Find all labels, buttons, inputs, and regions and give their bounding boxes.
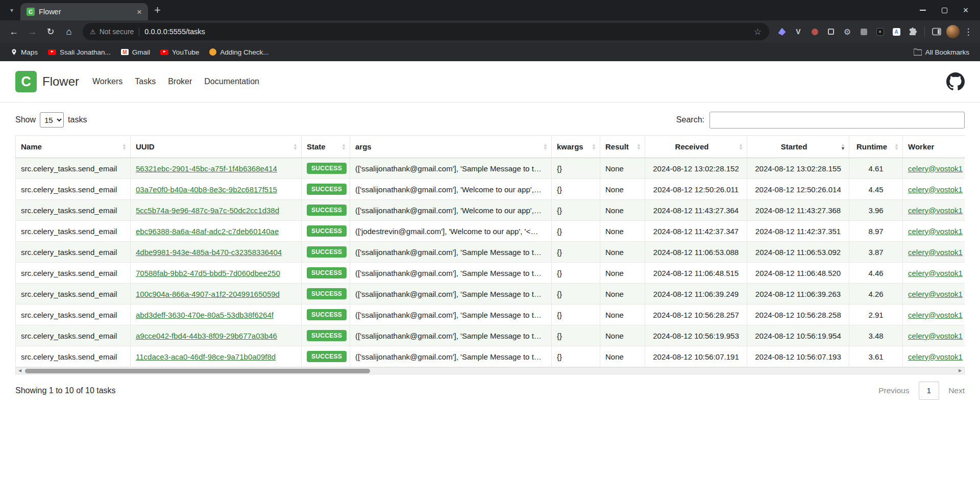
nav-documentation[interactable]: Documentation [204, 77, 259, 86]
horizontal-scrollbar[interactable]: ◀ ▶ [15, 367, 965, 374]
previous-page-button[interactable]: Previous [878, 386, 909, 395]
reload-button[interactable]: ↻ [42, 23, 59, 40]
task-uuid-link[interactable]: abd3deff-3630-470e-80a5-53db38f6264f [136, 311, 274, 319]
task-worker-link[interactable]: celery@vostok1 [908, 248, 963, 257]
column-header-args[interactable]: args▲▼ [350, 136, 552, 158]
tab-close-icon[interactable]: × [136, 8, 143, 16]
browser-menu-icon[interactable]: ⋮ [962, 27, 975, 37]
extension-icon-4[interactable] [823, 24, 839, 39]
task-worker-link[interactable]: celery@vostok1 [908, 227, 963, 236]
sort-icon[interactable]: ▲▼ [293, 143, 298, 150]
sort-icon[interactable]: ▲▼ [841, 143, 845, 150]
profile-avatar[interactable] [945, 24, 961, 39]
task-result-cell: None [600, 263, 645, 284]
bookmark-ssali-jonathan[interactable]: Ssali Jonathan... [43, 46, 115, 58]
sort-icon[interactable]: ▲▼ [894, 143, 899, 150]
sort-icon[interactable]: ▲▼ [341, 143, 346, 150]
minimize-button[interactable] [915, 3, 931, 17]
sort-icon[interactable]: ▲▼ [739, 143, 743, 150]
column-header-received[interactable]: Received▲▼ [645, 136, 747, 158]
flower-logo-icon[interactable]: C [15, 71, 37, 92]
column-header-result[interactable]: Result▲▼ [600, 136, 645, 158]
new-tab-button[interactable]: + [154, 5, 161, 16]
scroll-left-icon[interactable]: ◀ [16, 368, 24, 374]
nav-tasks[interactable]: Tasks [135, 77, 156, 86]
column-header-uuid[interactable]: UUID▲▼ [131, 136, 302, 158]
task-received-cell: 2024-08-12 11:06:53.088 [645, 242, 747, 263]
task-received-cell: 2024-08-12 13:02:28.152 [645, 158, 747, 179]
column-header-started[interactable]: Started▲▼ [747, 136, 849, 158]
security-label[interactable]: Not secure [100, 28, 134, 36]
task-name-cell: src.celery_tasks.send_email [16, 158, 131, 179]
browser-tab[interactable]: C Flower × [20, 3, 148, 20]
bookmark-adding-check[interactable]: Adding Check... [205, 46, 273, 58]
task-uuid-link[interactable]: 03a7e0f0-b40a-40b8-8e3c-9b2c6817f515 [136, 185, 277, 194]
tab-search-button[interactable]: ▾ [4, 3, 19, 18]
column-header-kwargs[interactable]: kwargs▲▼ [552, 136, 600, 158]
address-bar[interactable]: ⚠ Not secure 0.0.0.0:5555/tasks ☆ [83, 23, 769, 40]
sort-icon[interactable]: ▲▼ [636, 143, 641, 150]
extension-icon-8[interactable]: A [889, 24, 904, 39]
task-worker-cell: celery@vostok1 [903, 263, 965, 284]
home-button[interactable]: ⌂ [60, 23, 78, 40]
bookmark-gmail[interactable]: M Gmail [116, 46, 155, 58]
sort-icon[interactable]: ▲▼ [592, 143, 596, 150]
current-page-button[interactable]: 1 [919, 381, 940, 400]
bookmark-youtube[interactable]: YouTube [156, 46, 204, 58]
back-button[interactable]: ← [5, 23, 22, 40]
extension-icon-2[interactable]: V [791, 24, 806, 39]
all-bookmarks-button[interactable]: All Bookmarks [909, 46, 974, 58]
column-header-runtime[interactable]: Runtime▲▼ [849, 136, 903, 158]
scroll-right-icon[interactable]: ▶ [956, 368, 964, 374]
extension-icon-3[interactable] [807, 24, 822, 39]
column-header-worker[interactable]: Worker▲▼ [903, 136, 965, 158]
forward-button[interactable]: → [23, 23, 41, 40]
window-close-button[interactable]: × [958, 3, 974, 17]
task-uuid-link[interactable]: 70588fab-9bb2-47d5-bbd5-7d060dbee250 [136, 269, 280, 277]
youtube-icon [160, 49, 168, 55]
task-uuid-link[interactable]: 5cc5b74a-9e96-487c-9a7c-50dc2cc1d38d [136, 206, 279, 215]
task-state-cell: SUCCESS [302, 179, 350, 200]
sort-icon[interactable]: ▲▼ [122, 143, 127, 150]
extension-icon-7[interactable]: ✕ [872, 24, 888, 39]
task-uuid-link[interactable]: ebc96388-8a6a-48af-adc2-c7deb60140ae [136, 227, 279, 236]
extensions-puzzle-button[interactable] [905, 24, 920, 39]
task-uuid-link[interactable]: a9cce042-fbd4-44b3-8f09-29b677a03b46 [136, 332, 277, 340]
app-title[interactable]: Flower [42, 74, 79, 89]
next-page-button[interactable]: Next [948, 386, 965, 395]
column-header-name[interactable]: Name▲▼ [16, 136, 131, 158]
nav-workers[interactable]: Workers [92, 77, 122, 86]
task-uuid-link[interactable]: 56321ebc-2901-45bc-a75f-1f4b6368e414 [136, 164, 277, 173]
extension-icon-1[interactable] [774, 24, 790, 39]
bookmark-maps[interactable]: Maps [6, 46, 42, 58]
task-worker-link[interactable]: celery@vostok1 [908, 185, 963, 194]
task-result-cell: None [600, 200, 645, 221]
task-worker-link[interactable]: celery@vostok1 [908, 206, 963, 215]
task-worker-link[interactable]: celery@vostok1 [908, 164, 963, 173]
task-args-cell: (['ssalijonathank@gmail.com'], 'Sample M… [350, 158, 552, 179]
task-uuid-link[interactable]: 4dbe9981-943e-485a-b470-c32358336404 [136, 248, 282, 257]
extension-icon-5[interactable]: ⚙ [840, 24, 855, 39]
extension-icon-6[interactable] [856, 24, 871, 39]
task-uuid-link[interactable]: 11cdace3-aca0-46df-98ce-9a71b0a09f8d [136, 352, 276, 361]
task-worker-link[interactable]: celery@vostok1 [908, 269, 963, 277]
task-uuid-link[interactable]: 100c904a-866a-4907-a1f2-20499165059d [136, 290, 280, 298]
url-text[interactable]: 0.0.0.0:5555/tasks [144, 28, 749, 36]
scrollbar-track[interactable] [24, 368, 956, 374]
side-panel-button[interactable] [929, 24, 944, 39]
github-button[interactable] [946, 72, 965, 91]
column-header-state[interactable]: State▲▼ [302, 136, 350, 158]
task-worker-link[interactable]: celery@vostok1 [908, 311, 963, 319]
search-input[interactable] [709, 112, 965, 129]
scrollbar-thumb[interactable] [25, 369, 370, 373]
sort-icon[interactable]: ▲▼ [543, 143, 548, 150]
column-label: Runtime [856, 142, 887, 151]
task-worker-link[interactable]: celery@vostok1 [908, 352, 963, 361]
task-worker-link[interactable]: celery@vostok1 [908, 332, 963, 340]
bookmark-star-icon[interactable]: ☆ [749, 27, 766, 37]
page-size-select[interactable]: 15 [40, 112, 64, 128]
task-uuid-cell: 5cc5b74a-9e96-487c-9a7c-50dc2cc1d38d [131, 200, 302, 221]
maximize-button[interactable] [936, 3, 952, 17]
nav-broker[interactable]: Broker [168, 77, 192, 86]
task-worker-link[interactable]: celery@vostok1 [908, 290, 963, 298]
